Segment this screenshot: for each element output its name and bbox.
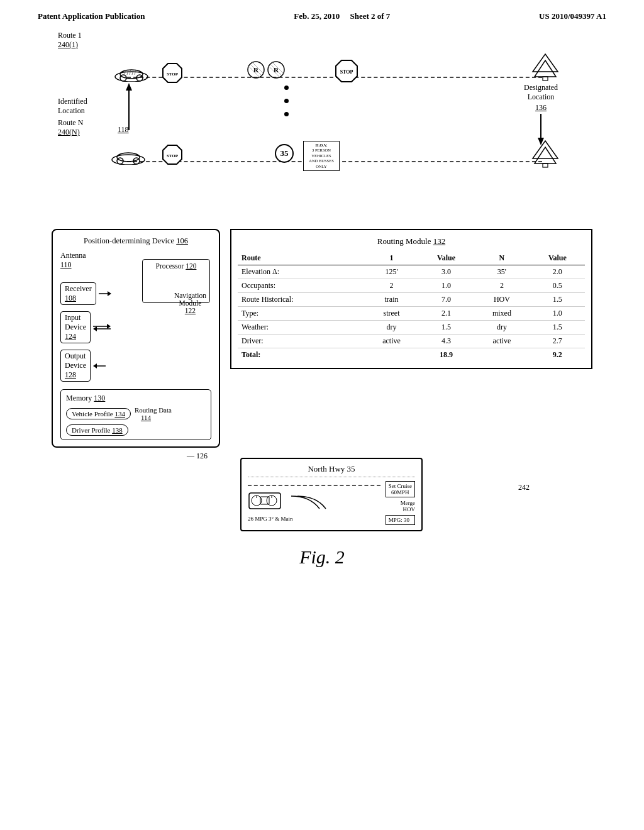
nav-display-box: North Hwy 35 xyxy=(240,458,423,531)
col-n: N xyxy=(474,252,530,265)
route-n-ref: 118 xyxy=(118,125,129,135)
svg-text:R: R xyxy=(274,66,279,74)
identified-location-label: Identified Location Route N 240(N) xyxy=(58,97,87,137)
route1-label: Route 1 240(1) xyxy=(58,31,82,50)
header-center: Feb. 25, 2010 Sheet 2 of 7 xyxy=(294,11,390,21)
svg-rect-36 xyxy=(543,163,548,167)
nav-display-section: — 126 North Hwy 35 xyxy=(52,458,592,531)
routing-table: Route 1 Value N Value Elevation Δ:125'3.… xyxy=(238,252,585,362)
svg-marker-35 xyxy=(535,147,556,163)
nav-map-area: 26 MPG 3° & Main xyxy=(248,485,380,522)
svg-marker-27 xyxy=(126,83,132,91)
lower-diagram: Position-determining Device 106 Antenna … xyxy=(52,229,592,448)
input-device-row: InputDevice 124 xyxy=(60,311,211,343)
mpg-left: 26 MPG 3° & Main xyxy=(248,516,380,522)
mpg-right-box: MPG: 30 xyxy=(386,515,415,525)
designated-location: Designated Location 136 xyxy=(524,83,558,148)
col-value1: Value xyxy=(419,252,474,265)
svg-marker-38 xyxy=(538,138,544,145)
col-route: Route xyxy=(238,252,364,265)
device-title: Position-determining Device 106 xyxy=(60,236,211,246)
row-driver: Driver:active4.3active2.7 xyxy=(238,335,585,348)
nav-display-body: 26 MPG 3° & Main Set Cruise60MPH MergeHO… xyxy=(248,481,415,525)
nav-module-label: NavigationModule 122 xyxy=(174,292,206,314)
svg-marker-24 xyxy=(535,60,556,77)
nav-display-title: North Hwy 35 xyxy=(248,464,415,477)
svg-text:STOP: STOP xyxy=(167,72,179,77)
position-device-box: Position-determining Device 106 Antenna … xyxy=(52,229,220,448)
route-dots xyxy=(284,86,289,116)
col-value2: Value xyxy=(530,252,585,265)
stop-sign-1: STOP xyxy=(162,62,183,86)
header-right: US 2010/049397 A1 xyxy=(539,11,606,21)
speed-sign: 35 xyxy=(275,144,294,163)
route-diagram: Route 1 240(1) xyxy=(52,28,592,223)
fig-label: Fig. 2 xyxy=(52,546,592,568)
routing-data-label: Routing Data 114 xyxy=(135,406,172,421)
svg-marker-42 xyxy=(107,324,111,329)
memory-section: Memory 130 Vehicle Profile 134 Routing D… xyxy=(60,389,211,440)
hov-sign: H.O.V. 3 PERSON VEHICLES AND BUSSES ONLY xyxy=(303,141,340,171)
row-elevation: Elevation Δ:125'3.035'2.0 xyxy=(238,265,585,279)
svg-text:STOP: STOP xyxy=(167,153,179,158)
main-content: Route 1 240(1) xyxy=(0,21,644,580)
tree-icon-1 xyxy=(530,53,561,84)
row-type: Type:street2.1mixed1.0 xyxy=(238,307,585,321)
svg-line-7 xyxy=(132,70,133,75)
car-route-n xyxy=(111,147,146,167)
ref242-label: 242 xyxy=(518,483,530,492)
row-historical: Route Historical:train7.0HOV1.5 xyxy=(238,293,585,307)
driver-profile-badge: Driver Profile 138 xyxy=(66,424,128,436)
svg-point-1 xyxy=(120,70,143,79)
route-markers: R R xyxy=(247,60,286,79)
row-total: Total:18.99.2 xyxy=(238,348,585,362)
page-header: Patent Application Publication Feb. 25, … xyxy=(0,0,644,21)
header-left: Patent Application Publication xyxy=(38,11,145,21)
stop-sign-3: STOP xyxy=(162,144,183,168)
car-route1 xyxy=(114,64,149,84)
svg-rect-25 xyxy=(543,77,548,80)
routing-module-box: Routing Module 132 Route 1 Value N Value xyxy=(230,229,592,369)
merge-hov: MergeHOV xyxy=(386,500,415,512)
routing-title: Routing Module 132 xyxy=(238,236,585,246)
set-cruise-box: Set Cruise60MPH xyxy=(386,481,415,497)
svg-line-6 xyxy=(130,70,131,75)
svg-rect-47 xyxy=(249,493,280,509)
svg-marker-23 xyxy=(533,54,558,72)
output-device-row: OutputDevice 128 xyxy=(60,350,211,382)
diagram-container: Route 1 240(1) xyxy=(52,28,592,568)
ref126-label: — 126 xyxy=(187,451,208,461)
row-weather: Weather:dry1.5dry1.5 xyxy=(238,321,585,335)
vehicle-profile-badge: Vehicle Profile 134 xyxy=(66,408,131,419)
svg-marker-40 xyxy=(108,291,111,296)
svg-point-29 xyxy=(117,153,140,162)
svg-text:STOP: STOP xyxy=(340,69,353,75)
stop-sign-2: STOP xyxy=(335,59,358,86)
col-1: 1 xyxy=(364,252,419,265)
row-occupants: Occupants:21.020.5 xyxy=(238,279,585,293)
svg-marker-46 xyxy=(93,363,97,368)
nav-info-right: Set Cruise60MPH MergeHOV MPG: 30 xyxy=(386,481,415,525)
svg-text:R: R xyxy=(253,66,259,74)
svg-marker-44 xyxy=(93,326,97,331)
